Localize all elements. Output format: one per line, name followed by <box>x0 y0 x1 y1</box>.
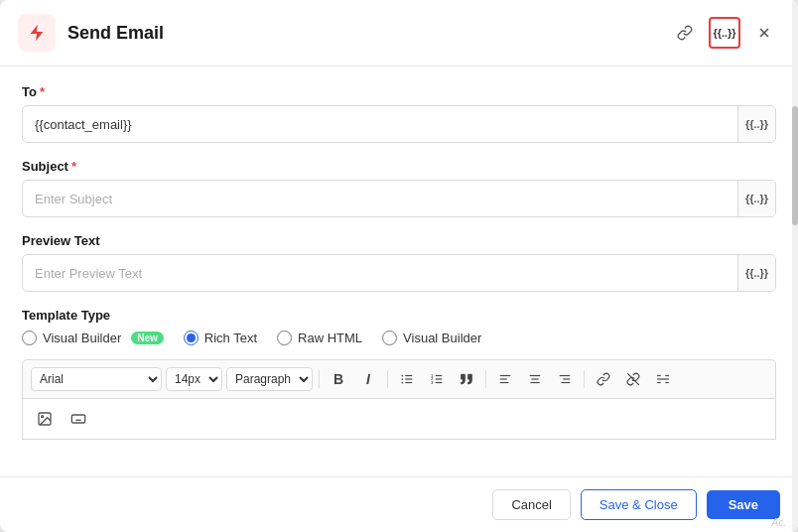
ul-button[interactable] <box>394 366 420 392</box>
image-button[interactable] <box>31 405 59 433</box>
modal-icon <box>18 14 56 52</box>
toolbar-sep3 <box>485 370 486 388</box>
bold-button[interactable]: B <box>326 366 351 392</box>
radio-visual-builder2[interactable]: Visual Builder <box>382 331 481 345</box>
cancel-button[interactable]: Cancel <box>492 489 570 520</box>
toolbar-sep1 <box>319 370 320 388</box>
radio-raw-html[interactable]: Raw HTML <box>277 331 362 345</box>
radio-raw-html-input[interactable] <box>277 331 292 345</box>
subject-variable-btn[interactable]: {{..}} <box>737 181 775 216</box>
font-size-select[interactable]: 14px 12px 16px 18px <box>166 367 222 391</box>
toolbar-sep2 <box>387 370 388 388</box>
close-button[interactable] <box>748 17 780 49</box>
to-input[interactable] <box>23 109 737 140</box>
subject-label: Subject * <box>22 159 776 174</box>
save-close-button[interactable]: Save & Close <box>581 489 697 520</box>
preview-input-wrapper: {{..}} <box>22 254 776 292</box>
svg-text:3: 3 <box>431 381 433 385</box>
subject-required: * <box>71 159 76 174</box>
header-actions: {{..}} <box>669 17 780 49</box>
paragraph-select[interactable]: Paragraph Heading 1 Heading 2 <box>226 367 313 391</box>
to-variable-btn[interactable]: {{..}} <box>737 106 775 142</box>
font-family-select[interactable]: Arial Times New Roman Courier New <box>31 367 162 391</box>
scrollbar-thumb[interactable] <box>792 106 798 225</box>
new-badge: New <box>131 332 164 344</box>
to-field-group: To * {{..}} <box>22 84 776 143</box>
subject-field-group: Subject * {{..}} <box>22 159 776 217</box>
template-type-group: Template Type Visual Builder New Rich Te… <box>22 308 776 345</box>
unlink-button[interactable] <box>620 366 646 392</box>
insert-link-button[interactable] <box>591 366 616 392</box>
svg-point-8 <box>401 382 403 384</box>
hr-button[interactable] <box>650 366 676 392</box>
to-label: To * <box>22 84 776 99</box>
link-button[interactable] <box>669 17 701 49</box>
svg-rect-32 <box>71 415 84 423</box>
editor-bottom-row <box>22 399 776 440</box>
preview-input[interactable] <box>23 258 737 289</box>
align-right-button[interactable] <box>552 366 578 392</box>
italic-button[interactable]: I <box>355 366 381 392</box>
watermark: Ac. <box>772 517 786 528</box>
to-required: * <box>40 84 45 99</box>
keyboard-button[interactable] <box>65 405 92 433</box>
radio-rich-text-input[interactable] <box>184 331 199 345</box>
preview-variable-btn[interactable]: {{..}} <box>737 255 775 291</box>
to-input-wrapper: {{..}} <box>22 105 776 143</box>
align-left-button[interactable] <box>492 366 518 392</box>
subject-input-wrapper: {{..}} <box>22 180 776 217</box>
blockquote-button[interactable] <box>454 366 479 392</box>
variable-button[interactable]: {{..}} <box>709 17 740 49</box>
radio-rich-text[interactable]: Rich Text <box>184 331 257 345</box>
editor-toolbar: Arial Times New Roman Courier New 14px 1… <box>22 359 776 399</box>
svg-point-7 <box>401 378 403 380</box>
send-email-modal: Send Email {{..}} To <box>0 0 798 532</box>
scrollbar[interactable] <box>792 0 798 532</box>
svg-point-31 <box>42 416 44 418</box>
toolbar-sep4 <box>584 370 585 388</box>
preview-field-group: Preview Text {{..}} <box>22 233 776 292</box>
radio-visual-builder[interactable]: Visual Builder New <box>22 331 164 345</box>
radio-visual-builder2-input[interactable] <box>382 331 397 345</box>
save-button[interactable]: Save <box>707 490 780 519</box>
modal-body: To * {{..}} Subject * {{..}} Preview Tex… <box>0 66 798 476</box>
template-type-label: Template Type <box>22 308 776 323</box>
preview-label: Preview Text <box>22 233 776 248</box>
align-center-button[interactable] <box>522 366 548 392</box>
subject-input[interactable] <box>23 184 737 214</box>
svg-point-6 <box>401 375 403 377</box>
modal-header: Send Email {{..}} <box>0 0 798 66</box>
radio-visual-builder-input[interactable] <box>22 331 37 345</box>
template-radio-group: Visual Builder New Rich Text Raw HTML Vi… <box>22 331 776 345</box>
lightning-icon <box>26 22 48 44</box>
modal-title: Send Email <box>67 23 657 44</box>
ol-button[interactable]: 1 2 3 <box>424 366 450 392</box>
modal-footer: Cancel Save & Close Save <box>0 476 798 532</box>
